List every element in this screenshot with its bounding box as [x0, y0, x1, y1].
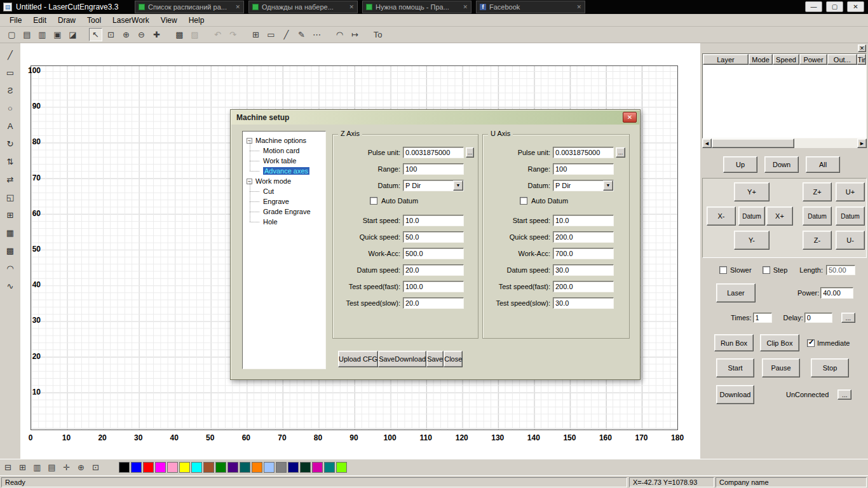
stop-button[interactable]: Stop	[811, 358, 849, 377]
immediate-checkbox[interactable]	[807, 339, 815, 347]
color-swatch[interactable]	[300, 462, 311, 473]
color-swatch[interactable]	[288, 462, 299, 473]
dropdown-arrow-icon[interactable]: ▼	[603, 180, 613, 191]
tab-close-icon[interactable]: ✕	[349, 4, 354, 10]
panel-close-icon[interactable]: ✕	[858, 44, 866, 52]
zoom-in-icon[interactable]: ⊕	[119, 28, 133, 41]
field-input[interactable]	[553, 297, 614, 309]
field-input[interactable]	[403, 264, 464, 276]
field-input[interactable]	[403, 248, 464, 259]
jog-y-minus-button[interactable]: Y-	[734, 231, 770, 250]
download-button[interactable]: Download	[716, 385, 754, 404]
laser-button[interactable]: Laser	[716, 283, 756, 302]
field-input[interactable]	[553, 248, 614, 259]
invert-colors-icon[interactable]: ▩	[173, 28, 186, 41]
show-path-icon[interactable]: ▨	[188, 28, 201, 41]
tree-item[interactable]: Motion card	[243, 146, 325, 156]
undo-icon[interactable]: ↶	[211, 28, 224, 41]
color-swatch[interactable]	[240, 462, 250, 473]
rotate-tool-icon[interactable]: ↻	[3, 137, 17, 151]
menu-item[interactable]: Tool	[81, 16, 107, 25]
jog-u-minus-button[interactable]: U-	[836, 231, 865, 250]
new-icon[interactable]: ▢	[5, 28, 18, 41]
field-input[interactable]	[403, 231, 464, 243]
measure-line-icon[interactable]: ╱	[280, 28, 293, 41]
menu-item[interactable]: Edit	[27, 16, 52, 25]
browse-button[interactable]: ...	[466, 147, 474, 158]
clip-box-button[interactable]: Clip Box	[760, 334, 799, 351]
field-input[interactable]	[403, 147, 464, 158]
cross-icon[interactable]: ✛	[60, 461, 73, 474]
slower-checkbox[interactable]	[719, 266, 727, 274]
color-swatch[interactable]	[191, 462, 202, 473]
color-swatch[interactable]	[264, 462, 275, 473]
browser-tab[interactable]: Нужна помощь - Пра... ✕	[362, 1, 471, 13]
step-checkbox[interactable]	[763, 266, 770, 274]
field-input[interactable]	[553, 264, 614, 276]
column-header[interactable]: Layer	[703, 54, 749, 65]
scrollbar-thumb[interactable]	[712, 139, 794, 148]
auto-datum-checkbox[interactable]	[520, 197, 527, 205]
scroll-left-icon[interactable]: ◀	[702, 139, 712, 148]
column-header[interactable]: Out...	[827, 54, 857, 65]
field-input[interactable]	[403, 215, 464, 226]
z-datum-button[interactable]: Datum	[803, 207, 832, 226]
jog-x-minus-button[interactable]: X-	[707, 207, 736, 226]
color-swatch[interactable]	[336, 462, 347, 473]
circle-plus-icon[interactable]: ⊕	[74, 461, 88, 474]
tangent-tool-icon[interactable]: ↦	[348, 28, 362, 41]
field-input[interactable]	[553, 281, 614, 292]
ellipse-tool-icon[interactable]: ○	[3, 102, 17, 115]
color-swatch[interactable]	[324, 462, 335, 473]
open-icon[interactable]: ▤	[20, 28, 34, 41]
dialog-close-button[interactable]: ✕	[623, 112, 637, 123]
rect-select-icon[interactable]: ▭	[264, 28, 278, 41]
copy-array-icon[interactable]: ⊞	[3, 208, 17, 222]
delay-more-button[interactable]: ...	[841, 313, 855, 323]
menu-item[interactable]: View	[155, 16, 183, 25]
color-swatch[interactable]	[143, 462, 154, 473]
scale-tool-icon[interactable]: ◱	[3, 191, 17, 204]
zoom-window-icon[interactable]: ⊡	[104, 28, 118, 41]
line-tool-icon[interactable]: ╱	[3, 48, 17, 62]
menu-item[interactable]: File	[4, 16, 27, 25]
wave-tool-icon[interactable]: ∿	[3, 280, 17, 293]
arc-tool-icon[interactable]: ◠	[3, 262, 17, 275]
redo-icon[interactable]: ↷	[226, 28, 240, 41]
grid-array-icon[interactable]: ▦	[3, 226, 17, 240]
tree-item[interactable]: Advance axes	[243, 166, 325, 176]
pan-icon[interactable]: ✚	[150, 28, 163, 41]
vertical-lines-icon[interactable]: ▥	[31, 461, 44, 474]
field-input[interactable]	[553, 215, 614, 226]
save-icon[interactable]: ▥	[36, 28, 49, 41]
layer-table-scrollbar[interactable]: ◀ ▶	[702, 139, 867, 148]
field-input[interactable]	[403, 163, 464, 175]
arc-tool-icon[interactable]: ◠	[333, 28, 346, 41]
pause-button[interactable]: Pause	[762, 358, 800, 377]
times-input[interactable]	[753, 313, 772, 323]
field-input[interactable]	[553, 147, 614, 158]
field-input[interactable]	[553, 231, 614, 243]
text-order-icon[interactable]: To	[371, 28, 384, 41]
dots-grid-icon[interactable]: ⋯	[310, 28, 323, 41]
color-swatch[interactable]	[312, 462, 323, 473]
field-input[interactable]	[403, 297, 464, 309]
tab-close-icon[interactable]: ✕	[463, 4, 468, 10]
import-icon[interactable]: ◪	[66, 28, 79, 41]
dialog-title-bar[interactable]: Machine setup	[231, 111, 639, 125]
jog-x-plus-button[interactable]: X+	[766, 207, 793, 226]
auto-datum-checkbox[interactable]	[370, 197, 377, 205]
dot-box-icon[interactable]: ⊡	[89, 461, 102, 474]
color-swatch[interactable]	[252, 462, 262, 473]
color-swatch[interactable]	[179, 462, 190, 473]
tree-item[interactable]: Grade Engrave	[243, 207, 325, 217]
dialog-button[interactable]: Upload CFG	[338, 351, 378, 367]
color-swatch[interactable]	[203, 462, 214, 473]
browser-tab[interactable]: Однажды на набере... ✕	[248, 1, 358, 13]
print-icon[interactable]: ▣	[51, 28, 64, 41]
power-input[interactable]	[820, 287, 853, 299]
length-input[interactable]	[826, 265, 855, 275]
layer-list-button[interactable]: Down	[764, 156, 799, 173]
field-input[interactable]	[553, 163, 614, 175]
layer-table[interactable]: Layer Mode Speed Power Out... Tir	[702, 53, 867, 139]
